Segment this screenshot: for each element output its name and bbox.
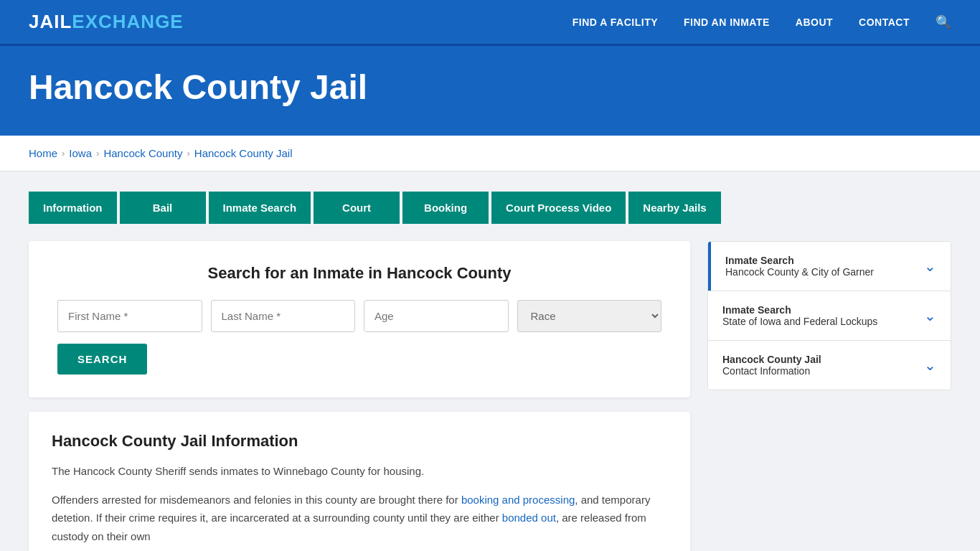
tab-bail[interactable]: Bail xyxy=(120,192,206,224)
navbar-search-button[interactable]: 🔍 xyxy=(936,14,951,30)
nav-find-inmate[interactable]: FIND AN INMATE xyxy=(684,17,770,28)
left-column: Search for an Inmate in Hancock County R… xyxy=(29,241,690,551)
tab-information[interactable]: Information xyxy=(29,192,117,224)
sidebar-item-title-contact: Hancock County Jail xyxy=(722,354,821,365)
nav-contact[interactable]: CONTACT xyxy=(859,17,910,28)
sidebar-item-inmate-search-garner: Inmate Search Hancock County & City of G… xyxy=(708,242,951,291)
sidebar-item-subtitle-garner: Hancock County & City of Garner xyxy=(725,266,874,278)
brand-jail: JAIL xyxy=(29,11,72,33)
sidebar-item-title-iowa: Inmate Search xyxy=(722,304,877,316)
age-input[interactable] xyxy=(364,300,509,332)
info-paragraph-1: The Hancock County Sheriff sends inmates… xyxy=(52,462,667,481)
sidebar-item-text-contact: Hancock County Jail Contact Information xyxy=(722,354,821,377)
tab-inmate-search[interactable]: Inmate Search xyxy=(209,192,311,224)
tab-booking[interactable]: Booking xyxy=(402,192,489,224)
sidebar-item-header-iowa[interactable]: Inmate Search State of Iowa and Federal … xyxy=(708,291,951,340)
chevron-icon-garner: ⌄ xyxy=(924,258,936,275)
first-name-input[interactable] xyxy=(57,300,202,332)
search-fields: Race White Black Hispanic Asian Other xyxy=(57,300,661,332)
info-p2-start: Offenders arrested for misdemeanors and … xyxy=(52,494,461,506)
info-link-bonded[interactable]: bonded out xyxy=(502,512,556,524)
search-heading: Search for an Inmate in Hancock County xyxy=(57,264,661,283)
nav-find-facility[interactable]: FIND A FACILITY xyxy=(573,17,658,28)
last-name-input[interactable] xyxy=(211,300,356,332)
breadcrumb: Home › Iowa › Hancock County › Hancock C… xyxy=(29,147,951,159)
search-button[interactable]: SEARCH xyxy=(57,344,147,375)
sidebar-item-text-garner: Inmate Search Hancock County & City of G… xyxy=(725,255,874,278)
info-paragraph-2: Offenders arrested for misdemeanors and … xyxy=(52,491,667,546)
sidebar-item-subtitle-contact: Contact Information xyxy=(722,365,821,377)
sidebar-item-text-iowa: Inmate Search State of Iowa and Federal … xyxy=(722,304,877,327)
race-select[interactable]: Race White Black Hispanic Asian Other xyxy=(517,300,662,332)
nav-about[interactable]: ABOUT xyxy=(796,17,833,28)
sidebar-item-header-contact[interactable]: Hancock County Jail Contact Information … xyxy=(708,341,951,390)
navbar-links: FIND A FACILITY FIND AN INMATE ABOUT CON… xyxy=(573,14,951,30)
tabs-bar: Information Bail Inmate Search Court Boo… xyxy=(0,171,980,224)
breadcrumb-sep-1: › xyxy=(62,148,65,159)
navbar: JAILEXCHANGE FIND A FACILITY FIND AN INM… xyxy=(0,0,980,46)
sidebar-item-subtitle-iowa: State of Iowa and Federal Lockups xyxy=(722,316,877,327)
page-title: Hancock County Jail xyxy=(29,67,951,107)
sidebar: Inmate Search Hancock County & City of G… xyxy=(707,241,951,390)
brand-exchange: EXCHANGE xyxy=(72,11,183,33)
sidebar-item-title-garner: Inmate Search xyxy=(725,255,874,266)
sidebar-item-contact: Hancock County Jail Contact Information … xyxy=(708,341,951,390)
hero-section: Hancock County Jail xyxy=(0,46,980,136)
chevron-icon-contact: ⌄ xyxy=(924,357,936,374)
info-heading: Hancock County Jail Information xyxy=(52,432,667,451)
breadcrumb-home[interactable]: Home xyxy=(29,147,57,159)
tab-nearby-jails[interactable]: Nearby Jails xyxy=(628,192,720,224)
breadcrumb-bar: Home › Iowa › Hancock County › Hancock C… xyxy=(0,136,980,171)
sidebar-item-header-garner[interactable]: Inmate Search Hancock County & City of G… xyxy=(708,242,951,291)
tabs-container: Information Bail Inmate Search Court Boo… xyxy=(29,192,951,224)
info-link-booking[interactable]: booking and processing xyxy=(461,494,575,506)
info-box: Hancock County Jail Information The Hanc… xyxy=(29,412,690,551)
breadcrumb-iowa[interactable]: Iowa xyxy=(69,147,92,159)
main-content: Search for an Inmate in Hancock County R… xyxy=(0,224,980,551)
sidebar-item-inmate-search-iowa: Inmate Search State of Iowa and Federal … xyxy=(708,291,951,341)
breadcrumb-sep-3: › xyxy=(187,148,189,159)
tab-court[interactable]: Court xyxy=(314,192,400,224)
search-box: Search for an Inmate in Hancock County R… xyxy=(29,241,690,397)
tab-court-process-video[interactable]: Court Process Video xyxy=(491,192,626,224)
breadcrumb-hancock-county[interactable]: Hancock County xyxy=(103,147,182,159)
breadcrumb-current: Hancock County Jail xyxy=(194,147,293,159)
brand-logo[interactable]: JAILEXCHANGE xyxy=(29,11,184,33)
breadcrumb-sep-2: › xyxy=(96,148,99,159)
chevron-icon-iowa: ⌄ xyxy=(924,307,936,324)
